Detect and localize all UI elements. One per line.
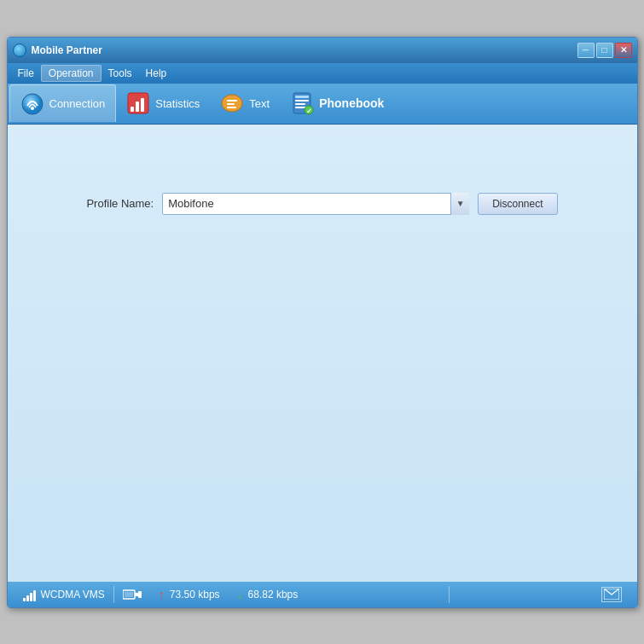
close-button[interactable]: ✕ [615,43,632,58]
connection-icon [20,92,44,116]
signal-bar-3 [30,593,32,601]
svg-rect-3 [131,107,134,112]
tab-statistics-label: Statistics [155,97,200,110]
maximize-button[interactable]: □ [596,43,613,58]
svg-rect-13 [295,103,305,105]
profile-select-wrapper: Mobifone ▼ [162,193,469,215]
svg-rect-12 [295,100,309,102]
main-window: Mobile Partner ─ □ ✕ File Operation Tool… [7,37,638,608]
tab-phonebook-label: Phonebook [319,96,384,110]
svg-rect-18 [125,592,133,597]
tab-phonebook[interactable]: ✓ Phonebook [280,84,394,122]
download-arrow-icon: ↓ [237,588,243,601]
toolbar: Connection Statistics [8,84,637,125]
menu-file[interactable]: File [11,66,41,81]
upload-speed: 73.50 kbps [170,589,220,600]
svg-rect-8 [227,103,235,105]
status-upload: ↑ 73.50 kbps [150,588,229,601]
phonebook-icon: ✓ [290,91,314,115]
tab-connection-label: Connection [49,97,106,110]
status-download: ↓ 68.82 kbps [229,588,307,601]
menu-tools[interactable]: Tools [102,66,139,81]
status-divider-2 [449,586,450,603]
svg-point-1 [31,107,34,110]
download-speed: 68.82 kbps [248,589,299,600]
profile-select[interactable]: Mobifone [162,193,469,215]
content-area: Profile Name: Mobifone ▼ Disconnect [8,125,637,582]
menu-bar: File Operation Tools Help [8,63,637,84]
signal-bar-1 [23,598,26,601]
window-title: Mobile Partner [32,44,577,56]
tab-text-label: Text [249,97,270,110]
svg-rect-7 [227,100,237,102]
status-connection-icon [114,588,150,601]
network-label: WCDMA VMS [41,589,105,600]
title-bar: Mobile Partner ─ □ ✕ [8,38,637,63]
svg-rect-20 [138,591,142,598]
mail-icon[interactable] [601,587,622,602]
tab-text[interactable]: Text [210,84,280,122]
disconnect-button[interactable]: Disconnect [478,193,557,215]
tab-connection[interactable]: Connection [9,84,117,122]
svg-rect-19 [135,593,138,596]
status-network: WCDMA VMS [15,588,113,601]
profile-row: Profile Name: Mobifone ▼ Disconnect [86,193,557,215]
signal-bar-2 [26,595,29,601]
window-controls: ─ □ ✕ [577,43,632,58]
svg-rect-11 [295,96,309,98]
minimize-button[interactable]: ─ [577,43,595,58]
profile-name-label: Profile Name: [86,197,154,210]
tab-statistics[interactable]: Statistics [116,84,210,122]
status-bar: WCDMA VMS ↑ 73.50 kbps ↓ 68.82 kbps [8,582,637,607]
svg-rect-9 [227,107,236,108]
menu-help[interactable]: Help [139,66,174,81]
app-icon [13,44,26,57]
svg-rect-5 [141,98,144,112]
svg-rect-4 [136,102,139,112]
upload-arrow-icon: ↑ [159,588,165,601]
svg-text:✓: ✓ [306,107,312,115]
statistics-icon [126,91,150,115]
status-mail [593,587,630,602]
network-connect-icon [123,588,142,601]
signal-bar-4 [33,590,36,601]
signal-strength-icon [23,588,36,601]
menu-operation[interactable]: Operation [41,65,102,82]
text-icon [220,91,244,115]
connection-panel: Profile Name: Mobifone ▼ Disconnect [8,125,637,582]
